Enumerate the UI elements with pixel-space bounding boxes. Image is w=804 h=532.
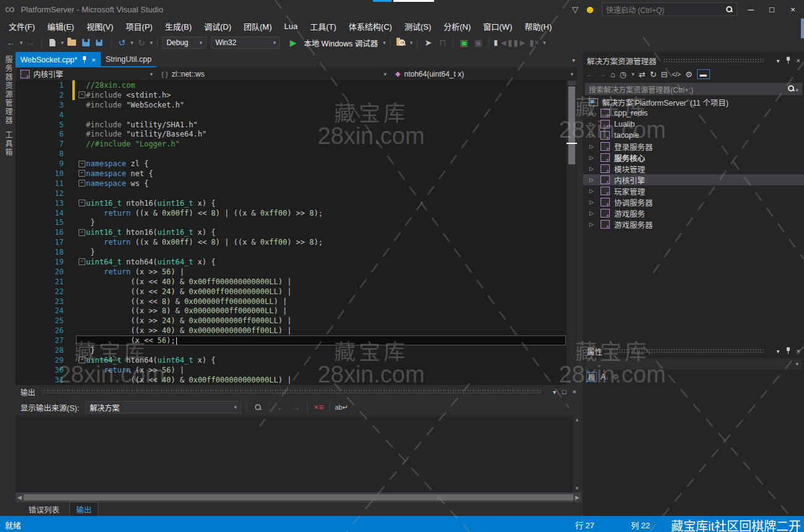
- sidebar-tab-toolbox[interactable]: 工具箱: [3, 131, 14, 157]
- tree-row-project[interactable]: ▷玩家管理: [583, 185, 804, 196]
- fold-margin[interactable]: -: [79, 229, 86, 236]
- code-line-14[interactable]: 14 return ((x & 0x00ff) << 8) | ((x & 0x…: [15, 208, 567, 218]
- tree-row-project[interactable]: ▷游戏服务器: [583, 219, 804, 230]
- fold-collapse-icon[interactable]: -: [79, 200, 85, 206]
- fold-margin[interactable]: -: [79, 91, 86, 98]
- menu-item[interactable]: 生成(B): [159, 19, 198, 34]
- undo-icon[interactable]: ↺: [116, 36, 128, 49]
- bookmark-icon[interactable]: ▮: [494, 38, 498, 47]
- sync-with-active-icon[interactable]: ⇄: [639, 70, 646, 79]
- menu-item[interactable]: 测试(S): [398, 19, 437, 34]
- navigate-back-icon[interactable]: ←: [5, 36, 17, 49]
- search-dropdown-icon[interactable]: ▾: [795, 87, 798, 93]
- code-line-1[interactable]: 1//28xin.com: [15, 80, 567, 90]
- close-panel-icon[interactable]: ×: [797, 347, 800, 355]
- expand-arrow-icon[interactable]: ▷: [589, 188, 596, 194]
- refresh-icon[interactable]: ↻: [650, 70, 657, 79]
- expand-arrow-icon[interactable]: ▷: [589, 221, 596, 227]
- fold-margin[interactable]: -: [79, 170, 86, 177]
- collapse-all-icon[interactable]: ⊟: [661, 70, 668, 79]
- fold-collapse-icon[interactable]: -: [79, 229, 85, 236]
- fold-collapse-icon[interactable]: -: [79, 91, 85, 98]
- menu-item[interactable]: 窗口(W): [477, 19, 518, 34]
- select-cursor-icon[interactable]: ➤: [422, 36, 434, 49]
- feedback-smiley-icon[interactable]: ☻: [584, 4, 596, 15]
- fold-collapse-icon[interactable]: -: [79, 180, 85, 187]
- code-line-3[interactable]: 3#include "WebSocket.h": [15, 100, 567, 110]
- code-line-20[interactable]: 20 return (x >> 56) |: [15, 267, 567, 277]
- fold-collapse-icon[interactable]: -: [79, 170, 85, 177]
- start-dropdown-icon[interactable]: ▾: [383, 40, 386, 46]
- code-line-21[interactable]: 21 ((x << 40) & 0x00ff000000000000LL) |: [15, 277, 567, 287]
- save-icon[interactable]: [80, 36, 92, 49]
- code-line-8[interactable]: 8: [15, 149, 567, 159]
- editor-vertical-scrollbar[interactable]: [567, 80, 577, 385]
- close-tab-icon[interactable]: ×: [92, 56, 95, 64]
- properties-object-combo[interactable]: ▾: [585, 358, 802, 369]
- tree-row-project[interactable]: ▷cpp_redis: [583, 108, 804, 119]
- expand-arrow-icon[interactable]: ▷: [589, 199, 596, 205]
- window-position-icon[interactable]: ▾: [777, 348, 780, 355]
- scroll-up-icon[interactable]: ▲: [575, 417, 579, 423]
- bookmark-dropdown-icon[interactable]: ▾: [543, 40, 546, 46]
- back-dropdown-icon[interactable]: ▾: [20, 40, 23, 46]
- code-editor[interactable]: 1//28xin.com2-#include <stdint.h>3#inclu…: [15, 80, 567, 385]
- platform-combo[interactable]: Win32▾: [211, 36, 280, 49]
- expand-arrow-icon[interactable]: ▷: [589, 121, 596, 127]
- quick-launch-input[interactable]: 快速启动 (Ctrl+Q): [602, 2, 737, 16]
- expand-arrow-icon[interactable]: ▷: [589, 177, 596, 183]
- fold-collapse-icon[interactable]: -: [79, 161, 85, 167]
- expand-arrow-icon[interactable]: ▷: [589, 210, 596, 216]
- start-debug-icon[interactable]: ▶: [287, 36, 299, 49]
- start-debug-label[interactable]: 本地 Windows 调试器: [304, 37, 378, 49]
- code-line-12[interactable]: 12: [15, 188, 567, 198]
- output-source-combo[interactable]: 解决方案 ▾: [85, 401, 241, 413]
- fold-margin[interactable]: -: [79, 357, 86, 363]
- code-line-18[interactable]: 18 }: [15, 247, 567, 257]
- fold-margin[interactable]: -: [79, 161, 86, 167]
- code-line-9[interactable]: 9-namespace zl {: [15, 159, 567, 169]
- expand-arrow-icon[interactable]: ▷: [589, 154, 596, 161]
- maximize-panel-icon[interactable]: □: [562, 388, 567, 395]
- menu-item[interactable]: 文件(F): [2, 19, 41, 34]
- menu-item[interactable]: 调试(D): [198, 19, 237, 34]
- show-all-files-toggle[interactable]: ▬: [697, 69, 710, 79]
- solution-search-input[interactable]: 搜索解决方案资源管理器(Ctrl+;) ▾: [585, 83, 802, 95]
- expand-arrow-icon[interactable]: ▷: [589, 166, 596, 172]
- pending-changes-icon[interactable]: ◷: [620, 70, 627, 79]
- properties-gear-icon[interactable]: ⚙: [685, 70, 693, 79]
- close-panel-icon[interactable]: ×: [797, 57, 800, 64]
- output-text-area[interactable]: [15, 416, 573, 492]
- pin-icon[interactable]: [785, 347, 791, 355]
- tree-row-project[interactable]: ▷tacopie: [583, 130, 804, 141]
- code-line-27[interactable]: 27 (x << 56);: [15, 336, 567, 345]
- sort-alphabetical-icon[interactable]: A↓: [601, 373, 609, 381]
- tree-row-project[interactable]: ▷服务核心: [583, 152, 804, 163]
- comment-icon[interactable]: ▣: [458, 36, 470, 49]
- scrollbar-thumb[interactable]: [24, 494, 573, 500]
- menu-item[interactable]: Lua: [278, 20, 304, 33]
- minimize-button[interactable]: ─: [743, 5, 758, 14]
- menu-item[interactable]: 视图(V): [80, 19, 119, 34]
- tree-row-project[interactable]: ▷内核引擎: [583, 174, 804, 185]
- new-file-icon[interactable]: [46, 36, 59, 49]
- fold-margin[interactable]: -: [79, 180, 86, 187]
- find-dropdown-icon[interactable]: ▾: [410, 40, 413, 46]
- maximize-button[interactable]: □: [764, 5, 779, 14]
- menu-item[interactable]: 帮助(H): [518, 19, 558, 34]
- code-line-29[interactable]: 29-uint64_t hton64(uint64_t x) {: [15, 355, 567, 365]
- code-line-16[interactable]: 16-uint16_t hton16(uint16_t x) {: [15, 227, 567, 237]
- word-wrap-icon[interactable]: ab↵: [335, 401, 348, 413]
- code-line-19[interactable]: 19-uint64_t ntoh64(uint64_t x) {: [15, 257, 567, 267]
- code-line-2[interactable]: 2-#include <stdint.h>: [15, 90, 567, 100]
- code-line-6[interactable]: 6#include "utility/Base64.h": [15, 129, 567, 139]
- pin-icon[interactable]: [785, 57, 791, 64]
- code-line-31[interactable]: 31 ((x << 40) & 0x00ff000000000000LL) |: [15, 375, 567, 385]
- properties-grid[interactable]: [583, 383, 804, 516]
- tab-stringutil-cpp[interactable]: StringUtil.cpp: [101, 52, 156, 67]
- expand-arrow-icon[interactable]: ▷: [589, 132, 596, 138]
- code-line-24[interactable]: 24 ((x >> 8) & 0x00000000ff000000LL) |: [15, 306, 567, 316]
- prev-bookmark-icon[interactable]: ◄▮: [500, 36, 512, 49]
- tree-row-project[interactable]: ▷模块管理: [583, 163, 804, 174]
- member-combo[interactable]: ◆ ntoh64(uint64_t x) ▾: [390, 67, 577, 80]
